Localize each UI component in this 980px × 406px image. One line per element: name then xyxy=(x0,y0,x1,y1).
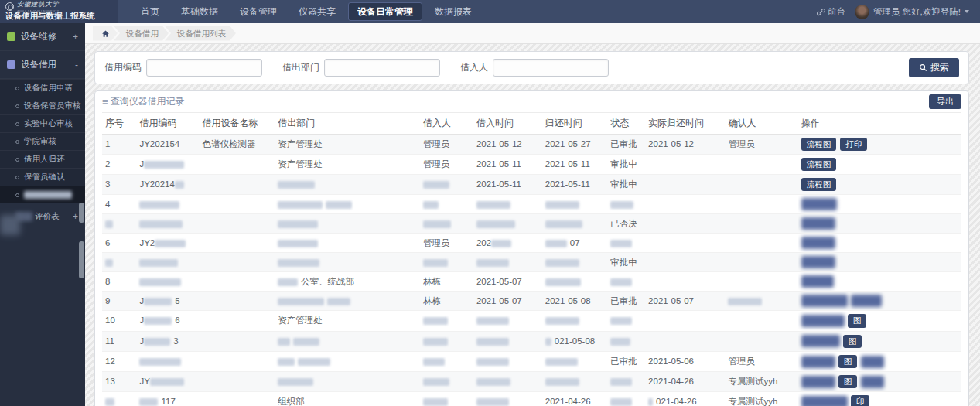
table-cell: 审批中 xyxy=(607,175,645,195)
sidebar-subitem-1[interactable]: 设备借用申请 xyxy=(0,79,85,97)
flowchart-button[interactable]: 流程图 xyxy=(801,138,837,151)
cell-text: 2021-05-06 xyxy=(648,357,694,366)
cell-text: 2 xyxy=(105,159,110,169)
table-cell xyxy=(200,155,275,175)
search-button[interactable]: 搜索 xyxy=(909,58,959,77)
cell-text: 2021-05-11 xyxy=(545,179,590,189)
sidebar: 设备维修+设备借用-设备借用申请设备保管员审核实验中心审核学院审核借用人归还保管… xyxy=(0,23,85,406)
sidebar-subitem-3[interactable]: 实验中心审核 xyxy=(0,114,85,132)
nav-item-6[interactable]: 数据报表 xyxy=(424,0,483,23)
sidebar-subitem-2[interactable]: 设备保管员审核 xyxy=(0,97,85,114)
table-cell: 12 xyxy=(102,351,136,371)
table-cell: 2021-05-07 xyxy=(473,272,542,292)
sidebar-group-icon xyxy=(7,60,15,69)
redacted-text xyxy=(24,191,72,199)
column-header-1: 序号 xyxy=(102,113,136,135)
flowchart-button[interactable]: 流程图 xyxy=(801,178,837,191)
cell-text: 2021-05-11 xyxy=(545,159,590,169)
table-cell: JY2 xyxy=(136,234,199,253)
cell-text: 已否决 xyxy=(610,219,637,228)
cell-text: 2021-05-11 xyxy=(476,159,521,169)
redacted-action-button xyxy=(861,376,884,388)
table-cell: 资产管理处 xyxy=(275,135,420,155)
redacted-text xyxy=(278,240,318,247)
column-header-9: 实际归还时间 xyxy=(645,113,725,135)
table-cell xyxy=(102,253,136,272)
table-cell: J5 xyxy=(136,292,199,311)
breadcrumb-home[interactable] xyxy=(93,26,118,41)
cell-text: 6 xyxy=(105,238,110,247)
redacted-text xyxy=(728,298,762,305)
column-header-10: 确认人 xyxy=(725,113,797,135)
nav-item-2[interactable]: 基础数据 xyxy=(170,0,229,23)
redacted-text xyxy=(278,378,313,386)
redacted-text xyxy=(139,358,181,366)
table-cell xyxy=(200,311,275,331)
redacted-action-button xyxy=(801,376,835,388)
redacted-text xyxy=(423,317,448,325)
action-button[interactable]: 图 xyxy=(843,335,862,348)
table-cell: 202 xyxy=(473,234,542,253)
nav-item-1[interactable]: 首页 xyxy=(130,0,170,23)
table-cell: 2021-05-11 xyxy=(542,155,607,175)
action-button[interactable]: 印 xyxy=(851,395,870,406)
sidebar-group-label: 设备借用 xyxy=(21,59,75,70)
actions-cell: 印 xyxy=(798,391,961,406)
table-cell: 2021-05-12 xyxy=(645,135,725,155)
table-cell: 9 xyxy=(102,292,136,311)
redacted-text xyxy=(476,220,515,228)
user-menu[interactable]: 管理员 您好,欢迎登陆! xyxy=(855,5,969,19)
redacted-action-button xyxy=(801,217,835,230)
action-button[interactable]: 图 xyxy=(838,375,858,388)
front-site-link[interactable]: 前台 xyxy=(817,6,845,18)
sidebar-group-1[interactable]: 设备维修+ xyxy=(0,23,85,51)
nav-item-5[interactable]: 设备日常管理 xyxy=(348,2,422,21)
nav-item-4[interactable]: 仪器共享 xyxy=(288,0,347,23)
sidebar-submenu: 设备借用申请设备保管员审核实验中心审核学院审核借用人归还保管员确认 xyxy=(0,79,85,203)
actions-cell: 流程图 xyxy=(798,175,961,195)
redacted-text xyxy=(545,338,551,346)
sidebar-group-2[interactable]: 设备借用- xyxy=(0,51,85,79)
cell-text: 117 xyxy=(161,397,175,406)
cell-text: 管理员 xyxy=(423,159,450,169)
table-cell xyxy=(473,371,542,391)
table-cell: 组织部 xyxy=(275,391,420,406)
main-content: 设备借用 设备借用列表 借用编码 借出部门 借入人 搜索 ≡ 查询仪器借用记录 … xyxy=(85,23,980,406)
cell-text: JY202154 xyxy=(139,139,179,148)
table-cell: 2021-05-11 xyxy=(473,175,542,195)
redacted-text xyxy=(423,358,445,366)
cell-text: 11 xyxy=(105,336,114,346)
action-button[interactable]: 图 xyxy=(838,355,858,368)
table-cell: 林栋 xyxy=(420,292,473,311)
table-cell xyxy=(275,253,420,272)
redacted-text xyxy=(610,240,632,247)
scrollbar-thumb[interactable] xyxy=(79,241,84,278)
column-header-8: 状态 xyxy=(607,113,645,135)
table-cell xyxy=(200,351,275,371)
redacted-text xyxy=(545,220,582,228)
flowchart-button[interactable]: 流程图 xyxy=(801,158,837,171)
scrollbar-thumb[interactable] xyxy=(79,203,84,223)
sidebar-subitem-redacted[interactable] xyxy=(0,186,85,203)
table-cell xyxy=(420,214,473,234)
breadcrumb: 设备借用 设备借用列表 xyxy=(85,23,980,44)
cell-text: 资产管理处 xyxy=(278,159,323,169)
export-button[interactable]: 导出 xyxy=(929,94,961,109)
sidebar-subitem-6[interactable]: 保管员确认 xyxy=(0,168,85,186)
nav-item-3[interactable]: 设备管理 xyxy=(229,0,288,23)
actions-cell: 图 xyxy=(798,371,961,391)
table-cell xyxy=(473,253,542,272)
redacted-text xyxy=(144,161,184,169)
cell-text: 021-04-26 xyxy=(656,397,696,406)
lend-department-input[interactable] xyxy=(324,59,440,77)
redacted-text xyxy=(278,358,295,366)
breadcrumb-item-2[interactable]: 设备借用列表 xyxy=(165,26,236,41)
actions-cell xyxy=(798,272,961,292)
breadcrumb-item-1[interactable]: 设备借用 xyxy=(114,26,169,41)
sidebar-subitem-5[interactable]: 借用人归还 xyxy=(0,150,85,168)
borrower-input[interactable] xyxy=(493,59,609,77)
sidebar-subitem-4[interactable]: 学院审核 xyxy=(0,132,85,150)
action-button[interactable]: 图 xyxy=(848,314,867,327)
print-button[interactable]: 打印 xyxy=(840,138,867,151)
borrow-code-input[interactable] xyxy=(146,59,262,77)
